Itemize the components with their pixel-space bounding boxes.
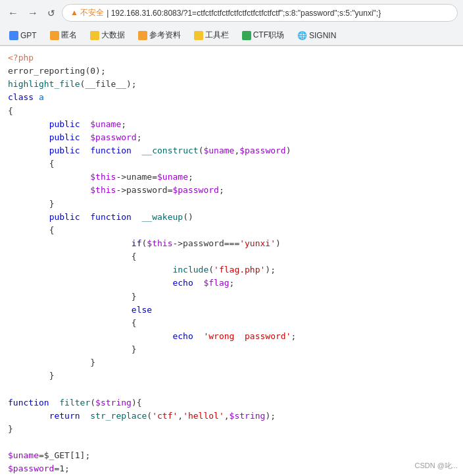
code-area: <?php error_reporting(0); highlight_file…: [0, 46, 463, 476]
ctf-icon: [242, 31, 251, 40]
bookmark-gpt-label: GPT: [20, 31, 37, 40]
back-button[interactable]: ←: [5, 6, 21, 20]
bookmark-ctf-label: CTF职场: [253, 30, 284, 41]
reference-icon: [138, 31, 147, 40]
bookmark-anon-label: 匿名: [61, 30, 77, 41]
url-text: | 192.168.31.60:8083/?1=ctfctfctfctfctfc…: [107, 9, 381, 18]
watermark: CSDN @叱...: [414, 461, 458, 471]
browser-chrome: ← → ↺ ▲ 不安全 | 192.168.31.60:8083/?1=ctfc…: [0, 0, 463, 46]
bookmark-anon[interactable]: 匿名: [46, 28, 81, 42]
bookmark-bigdata[interactable]: 大数据: [86, 28, 129, 42]
anon-icon: [50, 31, 59, 40]
bookmark-signin[interactable]: 🌐 SIGNIN: [293, 30, 340, 41]
reload-button[interactable]: ↺: [45, 7, 58, 20]
security-icon: ▲ 不安全: [70, 7, 104, 18]
bookmark-tools[interactable]: 工具栏: [190, 28, 233, 42]
address-bar[interactable]: ▲ 不安全 | 192.168.31.60:8083/?1=ctfctfctfc…: [62, 4, 458, 22]
forward-button[interactable]: →: [25, 6, 41, 20]
php-code: <?php error_reporting(0); highlight_file…: [8, 51, 455, 476]
globe-icon: 🌐: [297, 31, 307, 40]
tools-icon: [194, 31, 203, 40]
gpt-icon: [9, 31, 18, 40]
bigdata-icon: [90, 31, 99, 40]
bookmark-ctf[interactable]: CTF职场: [238, 28, 288, 42]
bookmark-reference-label: 参考资料: [149, 30, 181, 41]
bookmarks-bar: GPT 匿名 大数据 参考资料 工具栏 CTF职场 🌐 SIGNIN: [0, 26, 463, 45]
bookmark-bigdata-label: 大数据: [101, 30, 125, 41]
bookmark-reference[interactable]: 参考资料: [134, 28, 185, 42]
signin-label: SIGNIN: [309, 31, 336, 40]
bookmark-tools-label: 工具栏: [205, 30, 229, 41]
bookmark-gpt[interactable]: GPT: [5, 30, 41, 41]
nav-bar: ← → ↺ ▲ 不安全 | 192.168.31.60:8083/?1=ctfc…: [0, 0, 463, 26]
